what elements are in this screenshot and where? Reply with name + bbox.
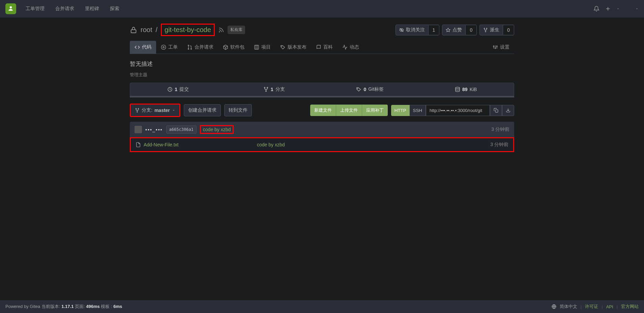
private-label: 私有库 bbox=[228, 26, 245, 34]
file-time: 3 分钟前 bbox=[490, 142, 508, 148]
history-icon bbox=[167, 87, 173, 92]
plus-icon[interactable] bbox=[605, 6, 611, 12]
nav-issues[interactable]: 工单管理 bbox=[24, 3, 46, 15]
fork-button[interactable]: 派生 0 bbox=[479, 25, 514, 35]
nav-explore[interactable]: 探索 bbox=[109, 3, 121, 15]
tab-code[interactable]: 代码 bbox=[130, 41, 156, 54]
file-name-cell[interactable]: Add-New-File.txt bbox=[136, 142, 257, 147]
file-icon bbox=[136, 142, 141, 147]
api-link[interactable]: API bbox=[606, 304, 613, 309]
svg-rect-13 bbox=[255, 45, 259, 49]
file-row[interactable]: Add-New-File.txt code by xzbd 3 分钟前 bbox=[130, 137, 514, 152]
upload-file-button[interactable]: 上传文件 bbox=[336, 105, 362, 116]
issue-icon bbox=[161, 45, 166, 50]
copy-url-button[interactable] bbox=[490, 105, 502, 116]
book-icon bbox=[316, 45, 321, 50]
file-actions-group: 新建文件 上传文件 应用补丁 bbox=[310, 105, 388, 116]
rss-icon[interactable] bbox=[218, 27, 224, 33]
repo-name-link[interactable]: git-test-by-code bbox=[161, 24, 215, 36]
clone-group: HTTP SSH bbox=[391, 105, 514, 116]
settings-icon bbox=[493, 45, 498, 50]
commit-time: 3 分钟前 bbox=[491, 126, 509, 133]
author-name[interactable]: ▪▪▪_▪▪▪ bbox=[145, 127, 163, 132]
latest-commit-row: ▪▪▪_▪▪▪ a665c306a1 code by xzbd 3 分钟前 bbox=[130, 122, 514, 137]
top-navbar: 工单管理 合并请求 里程碑 探索 bbox=[0, 0, 644, 18]
svg-point-9 bbox=[163, 47, 164, 48]
tab-activity[interactable]: 动态 bbox=[338, 41, 364, 54]
tag-icon bbox=[356, 87, 361, 92]
clone-url-input[interactable] bbox=[426, 105, 490, 116]
commit-message[interactable]: code by xzbd bbox=[200, 125, 234, 134]
gitea-logo[interactable] bbox=[5, 3, 16, 14]
svg-point-6 bbox=[487, 28, 487, 29]
svg-point-26 bbox=[136, 108, 136, 109]
svg-point-17 bbox=[493, 46, 494, 47]
code-icon bbox=[135, 45, 140, 50]
tab-issues[interactable]: 工单 bbox=[156, 41, 182, 54]
dropdown-caret-icon[interactable] bbox=[616, 6, 620, 12]
nav-pulls[interactable]: 合并请求 bbox=[54, 3, 76, 15]
tag-icon bbox=[280, 45, 286, 50]
download-icon bbox=[506, 108, 510, 113]
tab-packages[interactable]: 软件包 bbox=[218, 41, 249, 54]
license-link[interactable]: 许可证 bbox=[585, 304, 598, 310]
tab-settings[interactable]: 设置 bbox=[488, 41, 514, 54]
website-link[interactable]: 官方网站 bbox=[621, 304, 639, 310]
stat-tags[interactable]: 0Git标签 bbox=[322, 83, 418, 96]
svg-point-5 bbox=[484, 28, 485, 29]
branch-icon bbox=[135, 108, 140, 113]
file-commit-message[interactable]: code by xzbd bbox=[257, 142, 490, 147]
watch-count[interactable]: 1 bbox=[428, 25, 439, 35]
goto-file-button[interactable]: 转到文件 bbox=[224, 104, 252, 116]
new-pr-button[interactable]: 创建合并请求 bbox=[184, 104, 221, 116]
bell-icon[interactable] bbox=[593, 6, 599, 12]
manage-topics-link[interactable]: 管理主题 bbox=[130, 70, 514, 83]
apply-patch-button[interactable]: 应用补丁 bbox=[362, 105, 388, 116]
branch-selector[interactable]: 分支: master bbox=[130, 104, 180, 117]
clone-http-button[interactable]: HTTP bbox=[391, 105, 410, 116]
file-toolbar: 分支: master 创建合并请求 转到文件 新建文件 上传文件 应用补丁 HT… bbox=[130, 104, 514, 117]
tab-wiki[interactable]: 百科 bbox=[311, 41, 338, 54]
nav-milestones[interactable]: 里程碑 bbox=[84, 3, 100, 15]
eye-off-icon bbox=[399, 28, 404, 32]
author-avatar[interactable] bbox=[135, 126, 142, 133]
svg-point-11 bbox=[188, 49, 189, 50]
svg-point-8 bbox=[161, 45, 166, 49]
svg-point-24 bbox=[357, 88, 358, 89]
svg-point-25 bbox=[456, 87, 460, 88]
svg-point-21 bbox=[264, 87, 265, 88]
activity-icon bbox=[342, 45, 348, 50]
commit-sha[interactable]: a665c306a1 bbox=[166, 125, 197, 134]
stat-size: 89KiB bbox=[418, 83, 514, 96]
repo-stats-bar: 1提交 1分支 0Git标签 89KiB bbox=[130, 83, 514, 96]
star-button[interactable]: 点赞 0 bbox=[442, 25, 477, 35]
tab-releases[interactable]: 版本发布 bbox=[275, 41, 311, 54]
language-selector[interactable]: 简体中文 bbox=[560, 304, 577, 310]
svg-point-18 bbox=[495, 48, 496, 49]
repo-owner-link[interactable]: root bbox=[141, 26, 152, 34]
svg-rect-0 bbox=[131, 30, 136, 33]
star-count[interactable]: 0 bbox=[465, 25, 476, 35]
repo-separator: / bbox=[155, 26, 157, 34]
svg-point-10 bbox=[188, 45, 189, 46]
svg-point-23 bbox=[266, 91, 267, 92]
svg-point-28 bbox=[137, 112, 138, 112]
globe-icon bbox=[552, 304, 556, 309]
package-icon bbox=[223, 45, 228, 50]
stat-branches[interactable]: 1分支 bbox=[226, 83, 322, 96]
user-menu-caret-icon[interactable] bbox=[635, 6, 639, 12]
clone-ssh-button[interactable]: SSH bbox=[410, 105, 426, 116]
stats-underline bbox=[130, 96, 514, 97]
git-pull-icon bbox=[187, 45, 193, 50]
unwatch-button[interactable]: 取消关注 1 bbox=[396, 25, 440, 35]
download-button[interactable] bbox=[502, 105, 514, 116]
branch-icon bbox=[263, 87, 269, 92]
stat-commits[interactable]: 1提交 bbox=[130, 83, 226, 96]
svg-point-27 bbox=[138, 108, 139, 109]
fork-icon bbox=[483, 28, 488, 32]
tab-projects[interactable]: 项目 bbox=[249, 41, 275, 54]
page-footer: Powered by Gitea 当前版本: 1.17.1 页面: 496ms … bbox=[0, 300, 644, 313]
tab-pulls[interactable]: 合并请求 bbox=[182, 41, 218, 54]
new-file-button[interactable]: 新建文件 bbox=[310, 105, 336, 116]
fork-count[interactable]: 0 bbox=[503, 25, 514, 35]
